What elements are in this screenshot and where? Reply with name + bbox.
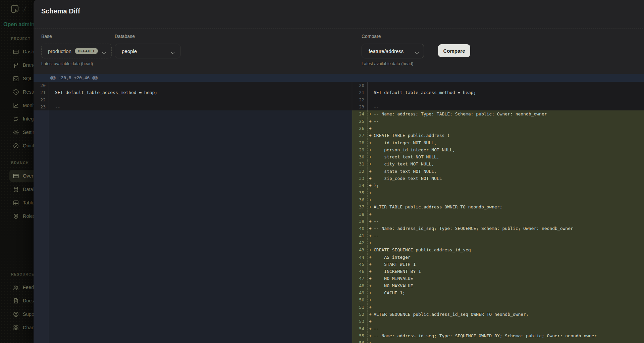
line-content: + START WITH 1 <box>368 261 416 268</box>
line-content: +-- <box>368 118 379 125</box>
default-badge: DEFAULT <box>75 48 98 54</box>
line-number: 21 <box>352 89 368 96</box>
line-content: + <box>368 296 374 303</box>
line-content <box>368 82 374 89</box>
line-number: 26 <box>352 125 368 132</box>
line-content: +); <box>368 182 379 189</box>
schema-diff-screen: / Open admin PROJECTDashboardBranchesSQL… <box>0 0 644 343</box>
tables-icon <box>13 200 19 206</box>
line-content: + zip_code text NOT NULL <box>368 175 442 182</box>
diff-line: 23-- <box>34 103 352 110</box>
diff-line: 55+-- Name: address_id_seq; Type: SEQUEN… <box>352 332 644 339</box>
line-content: +-- <box>368 325 379 332</box>
docs-icon <box>13 298 19 304</box>
line-content: + <box>368 189 374 196</box>
line-number: 22 <box>352 96 368 103</box>
line-number: 21 <box>34 89 49 96</box>
line-content: +-- <box>368 339 379 343</box>
database-icon <box>13 186 19 193</box>
diff-line: 22 <box>34 96 352 103</box>
line-content: + <box>368 239 374 246</box>
line-content: + <box>368 211 374 218</box>
diff-line: 50+ <box>352 296 644 303</box>
line-number: 42 <box>352 239 368 246</box>
support-icon <box>13 311 19 317</box>
diff-line: 46+ INCREMENT BY 1 <box>352 268 644 275</box>
compare-button[interactable]: Compare <box>438 44 470 57</box>
line-content: +CREATE TABLE public.address ( <box>368 132 450 139</box>
diff-line: 34+); <box>352 182 644 189</box>
diff-line: 48+ NO MAXVALUE <box>352 282 644 289</box>
integrations-icon <box>13 116 19 122</box>
diff-pane-compare[interactable]: 2021SET default_table_access_method = he… <box>352 82 644 343</box>
line-content: +-- Name: address_id_seq; Type: SEQUENCE… <box>368 332 597 339</box>
line-number: 22 <box>34 96 49 103</box>
line-content: -- <box>49 103 60 110</box>
diff-line: 21SET default_table_access_method = heap… <box>352 89 644 96</box>
restore-icon <box>13 89 19 95</box>
line-content: SET default_table_access_method = heap; <box>368 89 476 96</box>
diff-line: 56+-- <box>352 339 644 343</box>
line-content: +CREATE SEQUENCE public.address_id_seq <box>368 246 471 253</box>
base-hint: Latest available data (head) <box>41 61 93 66</box>
diff-line: 20 <box>34 82 352 89</box>
diff-line: 41+-- <box>352 232 644 239</box>
diff-hunk-header: @@ -20,8 +20,46 @@ <box>34 74 644 82</box>
diff-line: 39+-- <box>352 218 644 225</box>
line-number: 24 <box>352 110 368 117</box>
monitoring-icon <box>13 102 19 109</box>
database-value: people <box>122 48 137 54</box>
line-number: 50 <box>352 296 368 303</box>
line-number: 28 <box>352 139 368 146</box>
line-content: + <box>368 196 374 203</box>
line-number: 25 <box>352 118 368 125</box>
database-select[interactable]: people <box>115 44 180 58</box>
line-number: 34 <box>352 182 368 189</box>
line-content: SET default_table_access_method = heap; <box>49 89 157 96</box>
line-number: 31 <box>352 160 368 167</box>
diff-line: 43+CREATE SEQUENCE public.address_id_seq <box>352 246 644 253</box>
line-number: 33 <box>352 175 368 182</box>
diff-line: 42+ <box>352 239 644 246</box>
neon-logo-icon[interactable] <box>9 3 20 14</box>
header-divider <box>34 29 644 29</box>
line-number: 54 <box>352 325 368 332</box>
line-number: 43 <box>352 246 368 253</box>
diff-line: 51+ <box>352 304 644 311</box>
diff-line: 31+ city text NOT NULL, <box>352 160 644 167</box>
diff-line: 38+ <box>352 211 644 218</box>
line-content <box>368 96 374 103</box>
line-number: 35 <box>352 189 368 196</box>
diff-alignment-spacer <box>34 110 352 343</box>
line-content: + <box>368 125 374 132</box>
diff-line: 52+ALTER SEQUENCE public.address_id_seq … <box>352 311 644 318</box>
diff-line: 44+ AS integer <box>352 254 644 261</box>
line-content: +-- <box>368 218 379 225</box>
line-number: 46 <box>352 268 368 275</box>
diff-line: 47+ NO MINVALUE <box>352 275 644 282</box>
chevron-down-icon <box>102 50 106 52</box>
line-content: +ALTER SEQUENCE public.address_id_seq OW… <box>368 311 529 318</box>
line-number: 55 <box>352 332 368 339</box>
line-number: 30 <box>352 153 368 160</box>
diff-pane-base[interactable]: 2021SET default_table_access_method = he… <box>34 82 352 343</box>
line-number: 23 <box>352 103 368 110</box>
line-number: 51 <box>352 304 368 311</box>
diff-line: 29+ person_id integer NOT NULL, <box>352 146 644 153</box>
diff-line: 49+ CACHE 1; <box>352 289 644 296</box>
line-content <box>49 82 55 89</box>
open-admin-link[interactable]: Open admin <box>3 21 34 28</box>
breadcrumb-separator: / <box>23 5 27 13</box>
line-number: 52 <box>352 311 368 318</box>
line-content: +-- Name: address; Type: TABLE; Schema: … <box>368 110 547 117</box>
base-branch-select[interactable]: production DEFAULT <box>41 44 112 58</box>
diff-line: 21SET default_table_access_method = heap… <box>34 89 352 96</box>
line-content: + CACHE 1; <box>368 289 405 296</box>
diff-line: 24+-- Name: address; Type: TABLE; Schema… <box>352 110 644 117</box>
line-content: + id integer NOT NULL, <box>368 139 437 146</box>
schema-diff-view: @@ -20,8 +20,46 @@ 2021SET default_table… <box>34 74 644 343</box>
compare-branch-select[interactable]: feature/address <box>362 44 424 58</box>
line-content: + person_id integer NOT NULL, <box>368 146 455 153</box>
line-number: 45 <box>352 261 368 268</box>
line-content: +ALTER TABLE public.address OWNER TO neo… <box>368 203 502 210</box>
